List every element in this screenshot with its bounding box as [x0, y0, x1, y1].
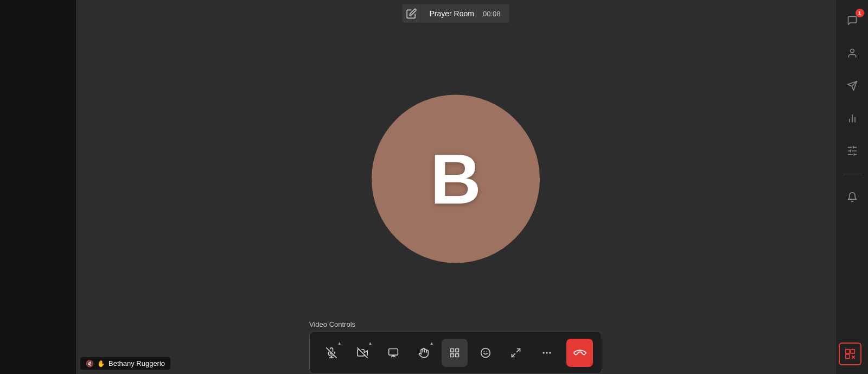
raise-hand-button[interactable]: ▲ [411, 339, 437, 367]
svg-rect-7 [456, 349, 459, 352]
reactions-button[interactable] [472, 339, 499, 367]
fullscreen-icon [510, 347, 521, 358]
camera-button[interactable]: ▲ [349, 339, 376, 367]
participant-name: Bethany Ruggerio [108, 359, 165, 367]
mic-chevron-icon: ▲ [337, 341, 342, 346]
exit-icon [844, 348, 856, 360]
main-video-area: Prayer Room 00:08 B 🔇 ✋ Bethany Ruggerio… [76, 0, 835, 374]
mic-off-icon [326, 347, 337, 358]
svg-point-15 [543, 352, 544, 353]
left-sidebar [0, 0, 76, 374]
avatar-letter: B [430, 143, 481, 214]
svg-rect-32 [846, 350, 850, 353]
avatar-container: B [372, 94, 540, 263]
svg-rect-6 [451, 349, 454, 352]
screen-share-button[interactable] [380, 339, 406, 367]
svg-line-14 [512, 354, 515, 357]
svg-rect-4 [388, 349, 398, 356]
chat-badge: 1 [856, 9, 864, 17]
svg-rect-9 [451, 354, 454, 357]
mic-button[interactable]: ▲ [318, 339, 345, 367]
announce-icon[interactable] [843, 76, 862, 96]
right-sidebar: 1 [835, 0, 868, 374]
more-options-icon [541, 347, 552, 358]
bell-icon[interactable] [843, 187, 862, 207]
svg-rect-8 [456, 354, 459, 357]
controls-bar: ▲ ▲ [309, 332, 602, 374]
room-info-bar: Prayer Room 00:08 [420, 4, 509, 23]
camera-chevron-icon: ▲ [368, 341, 372, 346]
hand-icon [418, 347, 429, 358]
svg-rect-34 [846, 354, 850, 358]
grid-icon [449, 347, 460, 358]
end-call-button[interactable] [566, 339, 593, 367]
avatar: B [372, 94, 540, 263]
svg-point-10 [481, 348, 490, 358]
room-timer: 00:08 [483, 10, 501, 18]
hand-raise-indicator-icon: ✋ [97, 360, 105, 367]
room-name-label: Prayer Room [429, 9, 474, 18]
exit-room-button[interactable] [839, 343, 861, 365]
reactions-icon [480, 347, 491, 358]
more-options-button[interactable] [534, 339, 560, 367]
svg-line-13 [517, 349, 520, 352]
video-controls-label: Video Controls [309, 320, 355, 328]
chat-icon[interactable]: 1 [843, 11, 862, 30]
participant-label: 🔇 ✋ Bethany Ruggerio [80, 357, 170, 370]
screen-share-icon [388, 347, 399, 358]
svg-point-18 [850, 49, 854, 53]
participants-icon[interactable] [843, 43, 862, 63]
sidebar-divider [843, 174, 862, 174]
svg-point-16 [546, 352, 547, 353]
top-bar: Prayer Room 00:08 [402, 4, 509, 23]
hand-chevron-icon: ▲ [430, 341, 434, 346]
end-call-icon [572, 345, 588, 360]
polls-icon[interactable] [843, 109, 862, 128]
mute-indicator-icon: 🔇 [86, 360, 94, 367]
video-controls-section: Video Controls ▲ ▲ [309, 320, 602, 374]
edit-room-name-button[interactable] [402, 4, 420, 23]
svg-point-17 [550, 352, 551, 353]
grid-view-button[interactable] [442, 339, 468, 367]
fullscreen-button[interactable] [503, 339, 529, 367]
filter-icon[interactable] [843, 141, 862, 161]
svg-rect-33 [851, 350, 854, 353]
camera-off-icon [357, 347, 368, 358]
